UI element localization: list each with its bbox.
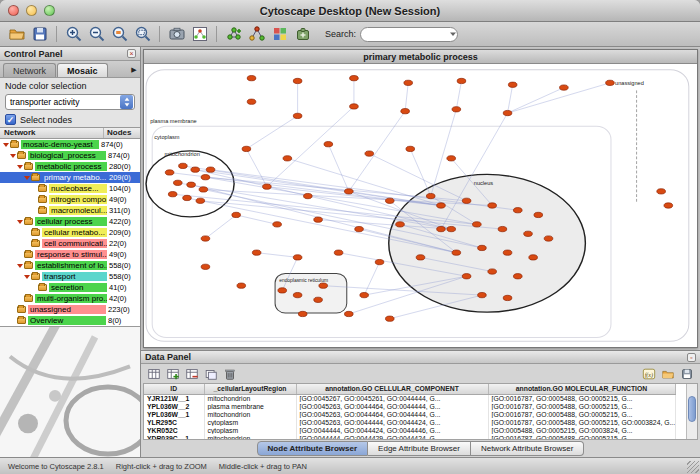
vizmapper-icon[interactable] — [269, 24, 290, 45]
table-cell[interactable]: [GO:0016787, GO:0005488, GO:0005215, GO:… — [488, 418, 675, 426]
node-color-dropdown[interactable]: transporter activity — [5, 94, 135, 110]
minimize-window-icon[interactable] — [26, 5, 37, 16]
network-node[interactable] — [478, 245, 487, 250]
table-cell[interactable]: [GO:0045267, GO:0045261, GO:0044444, G..… — [296, 394, 488, 402]
table-cell[interactable]: YJR121W__1 — [144, 394, 204, 402]
network-node[interactable] — [206, 167, 215, 172]
table-cell[interactable]: YPL036W__2 — [144, 402, 204, 410]
network-node[interactable] — [293, 78, 302, 83]
create-attribute-icon[interactable] — [165, 366, 181, 382]
table-scrollbar[interactable] — [686, 384, 697, 439]
network-edge[interactable] — [257, 253, 298, 258]
network-node[interactable] — [273, 222, 282, 227]
column-header-cellularlayoutregion[interactable]: _cellularLayoutRegion — [204, 384, 296, 394]
table-cell[interactable]: YLR295C — [144, 418, 204, 426]
zoom-selected-icon[interactable] — [109, 24, 130, 45]
resize-grip[interactable] — [687, 461, 699, 473]
network-node[interactable] — [242, 146, 251, 151]
network-node[interactable] — [304, 193, 313, 198]
scrollbar-thumb[interactable] — [688, 396, 696, 422]
network-node[interactable] — [462, 274, 471, 279]
tab-mosaic[interactable]: Mosaic — [57, 63, 108, 77]
network-node[interactable] — [365, 151, 374, 156]
network-node[interactable] — [503, 295, 512, 300]
expand-arrow-icon[interactable] — [9, 154, 16, 158]
network-view-title[interactable]: primary metabolic process — [144, 50, 697, 64]
import-network-icon[interactable] — [246, 24, 267, 45]
network-node[interactable] — [165, 170, 174, 175]
tree-item-multi-organism-pro[interactable]: multi-organism pro...42(0) — [0, 293, 140, 304]
edit-attribute-icon[interactable] — [203, 366, 219, 382]
tree-item-unassigned[interactable]: unassigned223(0) — [0, 304, 140, 315]
network-node[interactable] — [293, 255, 302, 260]
network-node[interactable] — [324, 142, 333, 147]
tree-item-primary-metabo[interactable]: primary metabo...209(0) — [0, 172, 140, 183]
table-cell[interactable]: YKR052C — [144, 426, 204, 434]
network-edge[interactable] — [405, 83, 408, 111]
select-attributes-icon[interactable] — [146, 366, 162, 382]
expand-arrow-icon[interactable] — [2, 143, 9, 147]
delete-attribute-icon[interactable] — [184, 366, 200, 382]
network-node[interactable] — [503, 110, 512, 115]
network-edge[interactable] — [236, 215, 277, 224]
network-node[interactable] — [355, 226, 364, 231]
import-attributes-icon[interactable] — [660, 366, 676, 382]
network-node[interactable] — [319, 283, 328, 288]
network-node[interactable] — [473, 222, 482, 227]
network-node[interactable] — [350, 76, 359, 81]
save-session-icon[interactable] — [29, 24, 50, 45]
network-node[interactable] — [508, 82, 517, 87]
network-edge[interactable] — [328, 144, 348, 191]
network-node[interactable] — [513, 274, 522, 279]
table-cell[interactable]: cytoplasm — [204, 418, 296, 426]
tree-item-establishment-of-lo[interactable]: establishment of lo...558(0) — [0, 260, 140, 271]
network-edge[interactable] — [508, 83, 610, 113]
expand-arrow-icon[interactable] — [16, 264, 23, 268]
table-row[interactable]: YPL036W__2plasma membrane[GO:0045263, GO… — [144, 402, 675, 410]
close-panel-icon[interactable]: × — [127, 49, 136, 58]
network-node[interactable] — [173, 180, 182, 185]
network-node[interactable] — [187, 182, 196, 187]
table-cell[interactable]: YDR039C__1 — [144, 434, 204, 440]
search-input[interactable] — [360, 27, 458, 42]
tab-overflow-icon[interactable]: ▶ — [128, 66, 140, 77]
network-node[interactable] — [375, 259, 384, 264]
network-edge[interactable] — [246, 116, 297, 149]
tab-network[interactable]: Network — [3, 63, 56, 77]
network-node[interactable] — [544, 236, 553, 241]
network-node[interactable] — [237, 283, 246, 288]
network-node[interactable] — [404, 80, 413, 85]
table-cell[interactable]: [GO:0044444, GO:0044424, GO:0044446, G..… — [296, 426, 488, 434]
tree-item-overview[interactable]: Overview8(0) — [0, 315, 140, 326]
create-network-icon[interactable] — [223, 24, 244, 45]
network-overview-thumbnail[interactable] — [0, 326, 140, 457]
network-canvas[interactable]: plasma membrane cytoplasm mitochondrion … — [144, 64, 697, 347]
tree-item-cellular-metabo[interactable]: cellular metabo...209(0) — [0, 227, 140, 238]
network-node[interactable] — [179, 163, 188, 168]
open-session-icon[interactable] — [6, 24, 27, 45]
snapshot-icon[interactable] — [166, 24, 187, 45]
network-overview-icon[interactable] — [189, 24, 210, 45]
network-node[interactable] — [401, 109, 410, 114]
network-node[interactable] — [406, 146, 415, 151]
network-node[interactable] — [657, 189, 666, 194]
network-node[interactable] — [385, 198, 394, 203]
zoom-window-icon[interactable] — [44, 5, 55, 16]
tree-item-biological-process[interactable]: biological_process874(0) — [0, 150, 140, 161]
network-node[interactable] — [298, 311, 307, 316]
table-row[interactable]: YPL036W__1mitochondrion[GO:0045263, GO:0… — [144, 410, 675, 418]
network-node[interactable] — [524, 231, 533, 236]
tree-item-transport[interactable]: transport558(0) — [0, 271, 140, 282]
expand-arrow-icon[interactable] — [23, 275, 30, 279]
network-node[interactable] — [252, 250, 261, 255]
plugins-icon[interactable] — [292, 24, 313, 45]
table-cell[interactable]: mitochondrion — [204, 394, 296, 402]
network-edge[interactable] — [410, 149, 430, 196]
table-cell[interactable]: plasma membrane — [204, 402, 296, 410]
network-node[interactable] — [345, 311, 354, 316]
export-attributes-icon[interactable] — [679, 366, 695, 382]
table-row[interactable]: YLR295Ccytoplasm[GO:0045263, GO:0044444,… — [144, 418, 675, 426]
expand-arrow-icon[interactable] — [16, 165, 23, 169]
network-edge[interactable] — [456, 81, 461, 109]
network-node[interactable] — [462, 198, 471, 203]
